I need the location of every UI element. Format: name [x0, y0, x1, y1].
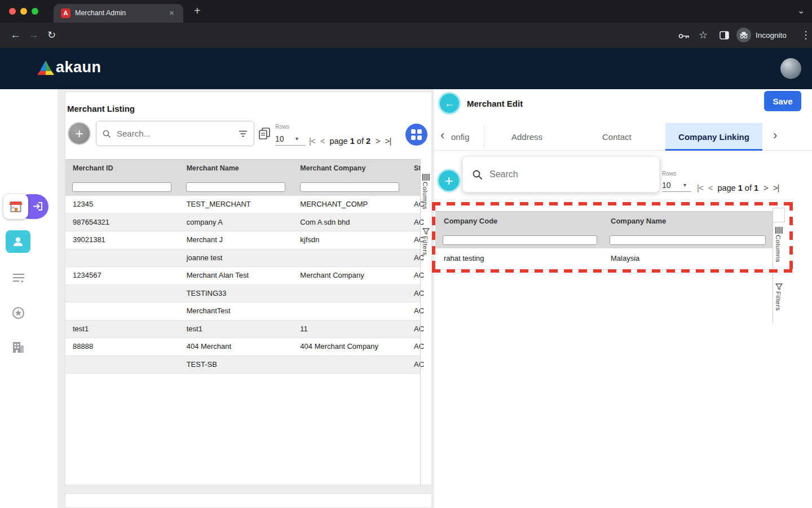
bookmark-star-icon[interactable]: ☆: [699, 29, 708, 41]
cell-merchant-id: [65, 303, 179, 320]
listing-pagination: |< < page 1 of 2 > >|: [309, 136, 391, 146]
merchant-applet-icon[interactable]: [3, 194, 28, 219]
filter-merchant-id-input[interactable]: [72, 182, 171, 192]
listing-filters-tab[interactable]: Filters: [422, 236, 429, 256]
cell-merchant-name: test1: [179, 321, 293, 338]
edit-filters-tab[interactable]: Filters: [775, 291, 782, 311]
tab-address[interactable]: Address: [511, 132, 542, 142]
table-row[interactable]: 987654321 company A Com A sdn bhd AC: [65, 214, 420, 232]
col-company-name[interactable]: Company Name: [602, 212, 773, 231]
cell-status: AC: [407, 285, 420, 303]
add-merchant-button[interactable]: +: [68, 122, 91, 145]
window-zoom-button[interactable]: [32, 8, 38, 15]
tab-contact[interactable]: Contact: [602, 132, 632, 142]
filter-company-name-input[interactable]: [610, 235, 766, 245]
rows-per-page-select[interactable]: 10: [275, 134, 284, 143]
cell-merchant-company: [293, 285, 407, 303]
filter-merchant-company-input[interactable]: [300, 182, 399, 192]
table-row[interactable]: 39021381 Merchant J kjfsdn AC: [65, 231, 420, 249]
tab-separator: [484, 125, 484, 148]
browser-menu-kebab-icon[interactable]: ⋮: [801, 29, 811, 41]
app-header: akaun: [0, 48, 812, 89]
tab-list-chevron-icon[interactable]: ⌄: [797, 5, 805, 16]
filter-list-icon[interactable]: [238, 130, 248, 138]
table-row[interactable]: MerchantTest AC: [65, 303, 420, 321]
table-row[interactable]: rahat testing Malaysia: [435, 248, 773, 270]
cell-merchant-id: [65, 356, 179, 374]
table-row[interactable]: 12345 TEST_MERCHANT MERCHANT_COMP AC: [65, 196, 420, 214]
table-row[interactable]: joanne test AC: [65, 249, 420, 268]
cell-merchant-name: TEST_MERCHANT: [179, 196, 293, 213]
cell-merchant-company: [293, 303, 407, 320]
table-row[interactable]: TEST-SB AC: [65, 356, 420, 374]
col-status[interactable]: St: [407, 160, 420, 177]
pagination-prev-icon[interactable]: <: [708, 183, 713, 192]
company-search-box[interactable]: [462, 156, 660, 192]
cell-merchant-name: TEST-SB: [179, 356, 293, 374]
pagination-first-icon[interactable]: |<: [309, 136, 315, 146]
cell-merchant-company: Com A sdn bhd: [293, 214, 407, 231]
nav-back-icon[interactable]: ←: [10, 29, 21, 41]
company-search-input[interactable]: [488, 169, 650, 180]
merchant-edit-panel: [434, 89, 812, 508]
pagination-next-icon[interactable]: >: [764, 183, 768, 192]
rows-select-underline: [275, 145, 306, 146]
merchant-listing-title: Merchant Listing: [67, 104, 135, 113]
cell-status: AC: [407, 196, 420, 213]
view-grid-button[interactable]: [405, 124, 427, 146]
back-button[interactable]: ←: [438, 92, 461, 115]
sidebar-item-list-icon[interactable]: [12, 273, 25, 286]
merchant-search-input[interactable]: [116, 128, 233, 139]
listing-table-body: 12345 TEST_MERCHANT MERCHANT_COMP AC 987…: [65, 196, 420, 374]
cell-merchant-id: test1: [65, 321, 179, 338]
table-row[interactable]: 1234567 Merchant Alan Test Merchant Comp…: [65, 267, 420, 285]
tab-close-icon[interactable]: ×: [169, 8, 174, 17]
window-close-button[interactable]: [9, 8, 16, 15]
browser-tab[interactable]: A Merchant Admin ×: [54, 4, 183, 23]
side-panel-icon[interactable]: [720, 31, 729, 42]
rows-per-page-select[interactable]: 10: [662, 181, 671, 190]
listing-columns-tab[interactable]: Columns: [422, 182, 429, 209]
brand-name[interactable]: akaun: [56, 59, 102, 76]
filter-merchant-name-input[interactable]: [186, 182, 285, 192]
key-icon[interactable]: [678, 32, 690, 42]
tabs-scroll-left-icon[interactable]: ‹: [440, 128, 444, 143]
window-minimize-button[interactable]: [20, 8, 27, 15]
tab-company-linking[interactable]: Company Linking: [665, 123, 762, 151]
col-merchant-id[interactable]: Merchant ID: [65, 160, 179, 177]
cell-status: AC: [407, 303, 420, 320]
add-company-link-button[interactable]: +: [437, 169, 461, 192]
table-row[interactable]: 88888 404 Merchant 404 Merchant Company …: [65, 338, 420, 356]
rows-caret-icon: ▾: [683, 182, 686, 188]
rows-select-underline: [662, 191, 691, 192]
tab-config[interactable]: onfig: [451, 132, 483, 142]
pagination-last-icon[interactable]: >|: [385, 136, 391, 146]
table-row[interactable]: TESTING33 AC: [65, 285, 420, 303]
save-button[interactable]: Save: [764, 91, 801, 111]
merchant-search-box[interactable]: [96, 121, 254, 146]
pagination-next-icon[interactable]: >: [376, 136, 380, 146]
sidebar-item-merchant[interactable]: [6, 230, 30, 253]
tabs-scroll-right-icon[interactable]: ›: [773, 128, 777, 143]
pagination-prev-icon[interactable]: <: [320, 136, 325, 146]
tab-title: Merchant Admin: [75, 9, 160, 17]
col-merchant-name[interactable]: Merchant Name: [179, 160, 293, 177]
filter-company-code-input[interactable]: [443, 235, 597, 245]
edit-columns-tab[interactable]: Columns: [775, 235, 782, 262]
sidebar-item-organization-icon[interactable]: [12, 341, 25, 356]
tab-favicon: A: [61, 8, 70, 18]
pagination-first-icon[interactable]: |<: [697, 183, 703, 192]
col-company-code[interactable]: Company Code: [435, 212, 602, 231]
cell-merchant-name: 404 Merchant: [179, 338, 293, 356]
nav-forward-icon[interactable]: →: [28, 29, 39, 41]
col-merchant-company[interactable]: Merchant Company: [293, 160, 407, 177]
sidebar-item-favorites-icon[interactable]: [12, 306, 25, 322]
cell-merchant-company: MERCHANT_COMP: [293, 196, 407, 213]
cell-merchant-id: 39021381: [65, 231, 179, 249]
cell-merchant-id: [65, 285, 179, 303]
reload-icon[interactable]: ↻: [47, 29, 56, 41]
pagination-last-icon[interactable]: >|: [773, 183, 779, 192]
new-tab-button[interactable]: +: [194, 5, 201, 16]
table-row[interactable]: test1 test1 11 AC: [65, 321, 420, 339]
user-avatar[interactable]: [780, 58, 801, 79]
